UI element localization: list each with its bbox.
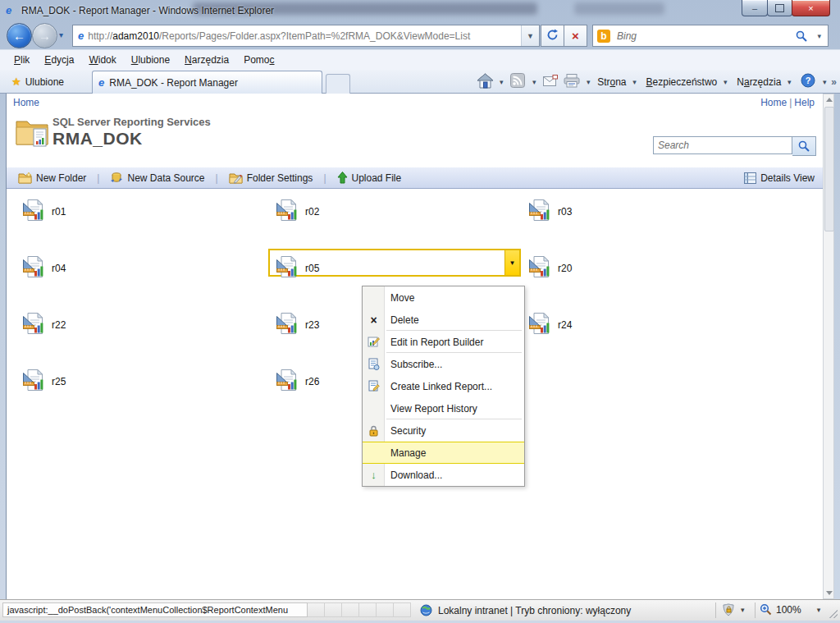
search-magnifier-icon[interactable] bbox=[796, 30, 807, 42]
report-icon bbox=[276, 369, 299, 394]
security-menu-button[interactable]: Bezpieczeństwo bbox=[644, 75, 733, 89]
context-menu-item-security[interactable]: Security bbox=[363, 419, 524, 442]
details-view-button[interactable]: Details View bbox=[744, 172, 815, 184]
report-item-r20[interactable]: r20 bbox=[528, 254, 781, 311]
resize-grip[interactable] bbox=[829, 609, 838, 618]
help-button[interactable]: ? bbox=[798, 73, 818, 91]
zoom-magnifier-icon bbox=[760, 603, 772, 616]
back-arrow-icon bbox=[13, 29, 25, 43]
menu-ulubione[interactable]: Ulubione bbox=[124, 52, 177, 68]
minimize-button[interactable] bbox=[742, 0, 768, 16]
report-icon bbox=[528, 312, 551, 337]
context-menu-item-manage[interactable]: Manage bbox=[363, 442, 524, 464]
print-dropdown[interactable] bbox=[583, 78, 593, 86]
context-menu-item-subscribe[interactable]: Subscribe... bbox=[363, 353, 524, 375]
protected-mode-shield-icon bbox=[722, 603, 736, 616]
feeds-dropdown[interactable] bbox=[529, 78, 539, 86]
bing-logo-icon bbox=[597, 30, 610, 43]
report-item-r02[interactable]: r02 bbox=[276, 198, 528, 254]
context-menu-item-move[interactable]: Move bbox=[363, 286, 524, 309]
context-menu: Move Delete Edit in Report Builder Subsc… bbox=[362, 286, 525, 487]
report-icon bbox=[22, 312, 45, 337]
page-menu-button[interactable]: Strona bbox=[595, 75, 641, 89]
zoom-dropdown[interactable] bbox=[817, 606, 821, 614]
address-dropdown[interactable] bbox=[521, 25, 539, 46]
home-button[interactable] bbox=[475, 73, 495, 91]
intranet-globe-icon bbox=[420, 604, 432, 616]
context-menu-item-delete[interactable]: Delete bbox=[363, 309, 524, 331]
protected-mode-button[interactable] bbox=[722, 603, 745, 616]
menu-edycja[interactable]: Edycja bbox=[37, 52, 81, 68]
search-box[interactable] bbox=[592, 25, 829, 47]
home-icon bbox=[477, 73, 494, 91]
help-dropdown[interactable] bbox=[819, 78, 829, 86]
toolbar-separator: | bbox=[323, 172, 326, 184]
report-icon bbox=[22, 199, 45, 224]
scroll-up-icon[interactable] bbox=[826, 98, 833, 102]
item-context-dropdown-button[interactable] bbox=[504, 250, 519, 275]
report-item-r25[interactable]: r25 bbox=[22, 368, 276, 424]
context-menu-item-create-linked-report[interactable]: Create Linked Report... bbox=[363, 375, 524, 397]
upload-file-button[interactable]: Upload File bbox=[334, 172, 405, 184]
print-button[interactable] bbox=[562, 73, 582, 91]
new-tab-button[interactable] bbox=[326, 74, 350, 94]
report-icon bbox=[528, 199, 551, 224]
report-item-r22[interactable]: r22 bbox=[22, 311, 276, 368]
context-menu-item-edit-in-report-builder[interactable]: Edit in Report Builder bbox=[363, 331, 524, 353]
new-folder-button[interactable]: New Folder bbox=[15, 172, 89, 184]
zoom-control[interactable]: 100% bbox=[760, 603, 820, 616]
close-button[interactable] bbox=[792, 0, 830, 16]
status-divider bbox=[715, 602, 716, 618]
feeds-button[interactable] bbox=[508, 73, 527, 91]
overflow-chevron-icon[interactable] bbox=[831, 76, 837, 88]
search-button[interactable] bbox=[792, 136, 816, 156]
status-text: javascript:__doPostBack('contextMenuColl… bbox=[2, 602, 308, 617]
read-mail-button[interactable] bbox=[541, 73, 560, 91]
refresh-button[interactable] bbox=[541, 25, 564, 47]
report-item-r04[interactable]: r04 bbox=[22, 254, 276, 311]
report-item-r03[interactable]: r03 bbox=[528, 198, 781, 254]
background-window-blur bbox=[574, 2, 664, 15]
history-dropdown[interactable] bbox=[59, 30, 63, 39]
browser-window: RMA_DOK - Report Manager - Windows Inter… bbox=[0, 0, 840, 623]
report-icon bbox=[276, 312, 299, 337]
address-bar[interactable]: http://adam2010/Reports/Pages/Folder.asp… bbox=[72, 25, 540, 47]
status-divider bbox=[755, 602, 756, 618]
navigation-bar: http://adam2010/Reports/Pages/Folder.asp… bbox=[0, 21, 840, 49]
new-data-source-button[interactable]: New Data Source bbox=[107, 172, 208, 185]
scrollbar-thumb[interactable] bbox=[824, 107, 834, 231]
chevron-down-icon bbox=[630, 78, 640, 86]
help-link[interactable]: Help bbox=[794, 97, 815, 108]
report-item-r24[interactable]: r24 bbox=[528, 311, 781, 368]
menu-narzedzia[interactable]: Narzędzia bbox=[177, 52, 236, 68]
home-dropdown[interactable] bbox=[496, 78, 506, 86]
subscribe-icon bbox=[363, 358, 385, 370]
report-icon bbox=[276, 255, 299, 281]
back-button[interactable] bbox=[7, 23, 32, 48]
status-segment bbox=[308, 602, 325, 617]
context-menu-item-view-report-history[interactable]: View Report History bbox=[363, 397, 524, 419]
details-view-icon bbox=[744, 172, 756, 184]
bing-search-input[interactable] bbox=[615, 30, 796, 43]
title-bar[interactable]: RMA_DOK - Report Manager - Windows Inter… bbox=[0, 0, 840, 21]
report-item-r01[interactable]: r01 bbox=[22, 198, 276, 254]
tools-menu-button[interactable]: Narzędzia bbox=[734, 75, 797, 89]
menu-plik[interactable]: Plik bbox=[7, 52, 37, 68]
search-options-dropdown[interactable] bbox=[817, 32, 821, 40]
forward-button[interactable] bbox=[32, 23, 57, 48]
vertical-scrollbar[interactable] bbox=[823, 94, 834, 599]
favorites-button[interactable]: Ulubione bbox=[5, 73, 71, 90]
tab-rma-dok[interactable]: RMA_DOK - Report Manager bbox=[92, 71, 322, 94]
menu-pomoc[interactable]: Pomoc bbox=[236, 52, 281, 68]
breadcrumb[interactable]: Home bbox=[13, 97, 39, 108]
scroll-down-icon[interactable] bbox=[826, 591, 833, 595]
menu-widok[interactable]: Widok bbox=[81, 52, 123, 68]
stop-button[interactable] bbox=[564, 25, 587, 47]
close-icon bbox=[808, 3, 813, 13]
home-link[interactable]: Home bbox=[760, 97, 787, 108]
search-input[interactable] bbox=[653, 136, 792, 154]
maximize-button[interactable] bbox=[767, 0, 792, 16]
context-menu-item-download[interactable]: Download... bbox=[363, 464, 524, 486]
folder-settings-button[interactable]: Folder Settings bbox=[226, 172, 317, 184]
tab-favicon-icon bbox=[98, 76, 104, 89]
